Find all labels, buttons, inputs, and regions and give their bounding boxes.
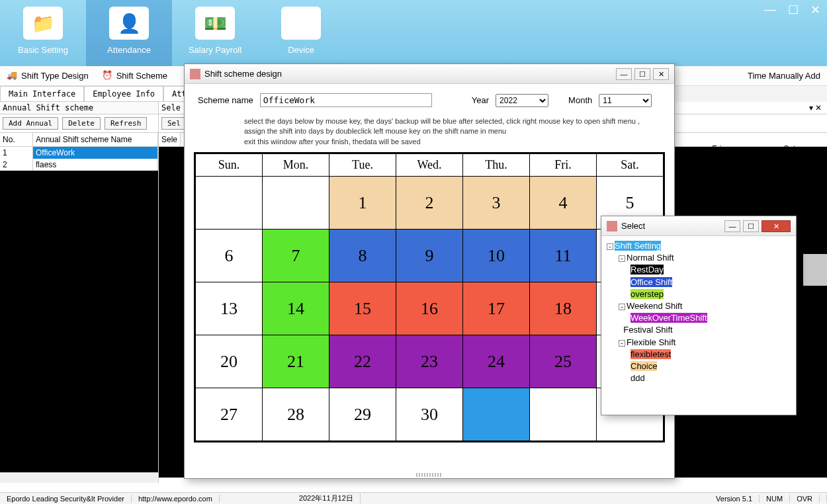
calendar-day-cell[interactable]: 30 <box>396 388 463 441</box>
dialog-minimize-icon[interactable]: — <box>724 220 740 232</box>
refresh-button[interactable]: Refresh <box>105 117 147 130</box>
calendar-day-cell[interactable]: 18 <box>530 282 597 335</box>
select-button[interactable]: Sel <box>161 117 187 130</box>
ribbon: 📁 Basic Setting 👤 Attendance 💵 Salary Pa… <box>0 0 827 66</box>
table-header: No. Annual Shift scheme Name <box>0 132 158 147</box>
calendar-day-cell[interactable]: 28 <box>263 388 329 441</box>
shift-type-design-button[interactable]: 🚚 Shift Type Design <box>7 70 89 82</box>
tree-node-root[interactable]: -Shift Setting <box>607 240 791 252</box>
scheme-name-input[interactable] <box>260 93 432 107</box>
month-select[interactable]: 11 <box>599 94 652 107</box>
ribbon-basic-setting[interactable]: 📁 Basic Setting <box>0 0 86 66</box>
tree-leaf-restday[interactable]: RestDay <box>631 264 791 276</box>
calendar-day-cell[interactable]: 11 <box>530 230 597 282</box>
calendar-day-cell[interactable]: 6 <box>196 230 263 282</box>
tree-leaf-ddd[interactable]: ddd <box>631 372 791 384</box>
minimize-icon[interactable]: — <box>764 3 776 17</box>
maximize-icon[interactable]: ☐ <box>788 3 799 17</box>
dialog-titlebar[interactable]: Shift scheme design — ☐ ✕ <box>185 64 674 84</box>
tab-main-interface[interactable]: Main Interface <box>0 86 84 102</box>
calendar-day-cell[interactable]: 27 <box>196 388 263 441</box>
table-row[interactable]: 1 OfficeWork <box>0 147 158 159</box>
dialog-minimize-icon[interactable]: — <box>616 68 632 80</box>
calendar-day-cell[interactable]: 23 <box>396 335 463 388</box>
tree-node-flexible[interactable]: -Flexible Shift <box>619 337 791 349</box>
dialog-title-text: Shift scheme design <box>204 69 282 79</box>
status-bar: Epordo Leading Security&It Provider http… <box>0 492 827 504</box>
calendar-day-cell[interactable] <box>463 388 530 441</box>
tree-node-weekend[interactable]: -Weekend Shift <box>619 300 791 312</box>
close-icon[interactable]: ✕ <box>810 3 820 17</box>
bg-day-numbers: 45 <box>681 172 827 183</box>
dialog-maximize-icon[interactable]: ☐ <box>634 68 650 80</box>
calendar-day-cell[interactable]: 7 <box>263 230 329 282</box>
calendar-day-cell[interactable]: 21 <box>263 335 329 388</box>
calendar-day-cell[interactable]: 13 <box>196 282 263 335</box>
window-controls: — ☐ ✕ <box>764 3 820 17</box>
time-manually-add-button[interactable]: Time Manually Add <box>748 71 820 81</box>
bg-gray-cell <box>803 254 827 286</box>
tree-leaf-flextest[interactable]: flexibletest <box>631 349 791 360</box>
folder-icon: 📁 <box>23 7 63 40</box>
ribbon-attendance[interactable]: 👤 Attendance <box>86 0 172 66</box>
calendar-day-cell[interactable]: 20 <box>196 335 263 388</box>
calendar-day-cell[interactable]: 1 <box>329 177 396 230</box>
left-pane-title: Annual Shift scheme <box>0 102 158 114</box>
calendar-day-cell[interactable] <box>196 177 263 230</box>
tab-employee-info[interactable]: Employee Info <box>84 86 163 102</box>
calendar-day-cell[interactable]: 17 <box>463 282 530 335</box>
calendar-day-cell[interactable]: 14 <box>263 282 329 335</box>
calendar-day-cell[interactable]: 10 <box>463 230 530 282</box>
person-icon: 👤 <box>109 7 149 40</box>
calendar-day-header: Wed. <box>396 154 463 177</box>
calendar-day-cell[interactable]: 22 <box>329 335 396 388</box>
shift-scheme-button[interactable]: ⏰ Shift Scheme <box>102 70 167 82</box>
dialog-close-icon[interactable]: ✕ <box>653 68 669 80</box>
ribbon-label: Basic Setting <box>0 45 86 55</box>
scrollbar[interactable] <box>0 472 158 483</box>
calendar-day-cell[interactable] <box>263 177 329 230</box>
year-label: Year <box>472 95 489 105</box>
bg-day-header: Fri.Sat. <box>681 144 827 153</box>
money-icon: 💵 <box>195 7 235 40</box>
dialog-maximize-icon[interactable]: ☐ <box>743 220 759 232</box>
calendar-day-cell[interactable]: 2 <box>396 177 463 230</box>
app-icon <box>190 69 200 79</box>
ribbon-device[interactable]: ⚙ Device <box>258 0 344 66</box>
calendar-day-cell[interactable]: 8 <box>329 230 396 282</box>
calendar-day-cell[interactable]: 3 <box>463 177 530 230</box>
calendar-day-cell[interactable]: 9 <box>396 230 463 282</box>
calendar-day-header: Mon. <box>263 154 329 177</box>
add-annual-button[interactable]: Add Annual <box>3 117 58 130</box>
status-version: Version 5.1 <box>709 495 760 503</box>
ribbon-label: Salary Payroll <box>172 45 258 55</box>
month-label: Month <box>568 95 592 105</box>
left-pane: Annual Shift scheme Add Annual Delete Re… <box>0 102 159 483</box>
tree-leaf-choice[interactable]: Choice <box>631 360 791 372</box>
tree-leaf-office[interactable]: Office Shift <box>631 276 791 288</box>
ribbon-salary[interactable]: 💵 Salary Payroll <box>172 0 258 66</box>
tree-leaf-overstep[interactable]: overstep <box>631 288 791 300</box>
calendar-day-cell[interactable]: 29 <box>329 388 396 441</box>
resize-handle[interactable] <box>416 473 443 477</box>
dialog-close-icon[interactable]: ✕ <box>762 220 791 232</box>
calendar-day-header: Tue. <box>329 154 396 177</box>
tree-node-normal[interactable]: -Normal Shift <box>619 252 791 264</box>
tree-node-festival[interactable]: Festival Shift <box>619 324 791 336</box>
ribbon-label: Attendance <box>86 45 172 55</box>
truck-icon: 🚚 <box>7 70 19 82</box>
table-row[interactable]: 2 flaess <box>0 159 158 171</box>
calendar-day-cell[interactable] <box>530 388 597 441</box>
calendar-day-cell[interactable]: 25 <box>530 335 597 388</box>
delete-button[interactable]: Delete <box>62 117 101 130</box>
calendar-day-cell[interactable]: 16 <box>396 282 463 335</box>
dialog-title-text: Select <box>621 221 645 231</box>
calendar-day-cell[interactable]: 24 <box>463 335 530 388</box>
calendar-day-cell[interactable]: 4 <box>530 177 597 230</box>
calendar-day-cell[interactable]: 15 <box>329 282 396 335</box>
year-select[interactable]: 2022 <box>496 94 548 107</box>
scheme-name-label: Scheme name <box>198 95 253 105</box>
dialog-titlebar[interactable]: Select — ☐ ✕ <box>601 216 796 236</box>
tree-leaf-weekover[interactable]: WeekOverTimeShift <box>631 312 791 324</box>
pane-close-icon[interactable]: ▾ ✕ <box>809 103 822 112</box>
